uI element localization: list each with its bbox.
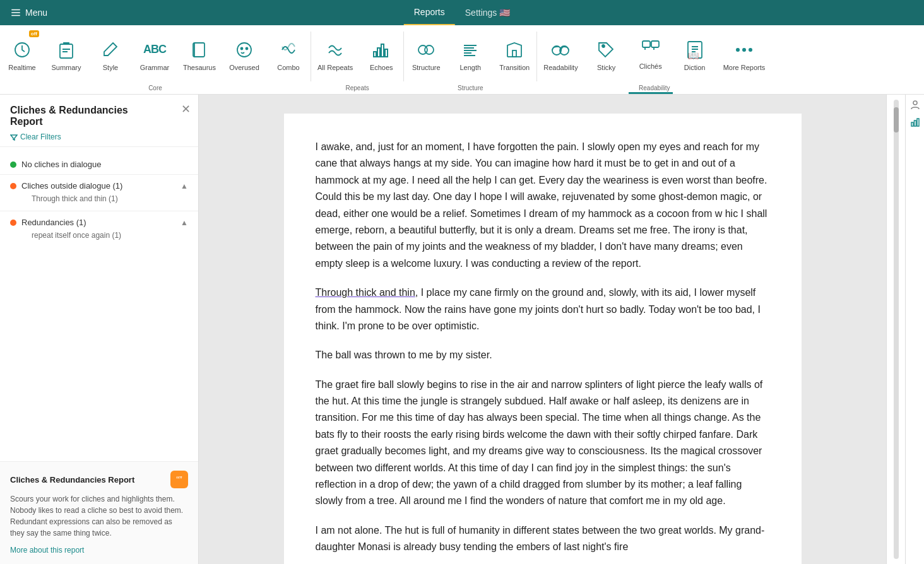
- length-label: Length: [459, 64, 481, 71]
- svg-text:📖: 📖: [688, 50, 699, 59]
- clock-icon: [11, 38, 33, 61]
- repeats-group-label: Repeats: [345, 85, 369, 91]
- toolbar-style[interactable]: Style: [88, 25, 133, 94]
- toolbar-structure[interactable]: Structure: [404, 25, 448, 94]
- structure-label: Structure: [412, 64, 441, 71]
- scroll-thumb[interactable]: [894, 107, 899, 132]
- svg-rect-1: [60, 44, 73, 58]
- toolbar-transition[interactable]: Transition: [492, 25, 536, 94]
- more-about-link[interactable]: More about this report: [10, 546, 84, 555]
- pen-icon: [99, 38, 122, 61]
- redundancies-label: Redundancies (1): [21, 218, 86, 227]
- readability-group-label: Readability: [639, 85, 670, 91]
- toolbar-realtime[interactable]: Realtime off: [0, 25, 44, 94]
- top-tabs: Reports Settings 🇺🇸: [404, 0, 521, 25]
- toolbar-combo[interactable]: Combo: [266, 25, 311, 94]
- clear-filters-button[interactable]: Clear Filters: [10, 132, 188, 141]
- toolbar-cliches[interactable]: Clichés: [629, 25, 673, 94]
- svg-point-4: [246, 47, 247, 49]
- svg-rect-7: [381, 44, 384, 57]
- toolbar-group-readability: Readability Sticky Clichés: [537, 25, 771, 94]
- document-area: I awake, and, just for an moment, I have…: [284, 114, 802, 564]
- paragraph-1: I awake, and, just for an moment, I have…: [316, 139, 770, 272]
- toolbar-group-core: Realtime off Summary Style AB: [0, 25, 311, 94]
- info-box-text: Scours your work for cliches and highlig…: [10, 493, 188, 539]
- redundancies-section: Redundancies (1) ▲ repeat itself once ag…: [0, 211, 198, 247]
- left-panel: Cliches & RedundanciesReport Clear Filte…: [0, 95, 199, 564]
- core-group-label: Core: [148, 85, 162, 91]
- tab-settings[interactable]: Settings 🇺🇸: [455, 0, 520, 25]
- toolbar-all-repeats[interactable]: All Repeats: [311, 25, 359, 94]
- cliche-phrase: Through thick and thin: [316, 287, 415, 298]
- toolbar-grammar[interactable]: ABC Grammar: [133, 25, 177, 94]
- all-repeats-label: All Repeats: [317, 64, 353, 71]
- menu-label: Menu: [25, 8, 47, 18]
- paragraph-cliche: Through thick and thin, I place my cane …: [316, 285, 770, 334]
- diction-icon: 📖: [684, 38, 706, 61]
- realtime-label: Realtime: [8, 64, 35, 71]
- person-icon[interactable]: [910, 100, 920, 112]
- svg-rect-5: [374, 52, 376, 57]
- toolbar-length[interactable]: Length: [448, 25, 492, 94]
- toolbar-readability[interactable]: Readability: [537, 25, 584, 94]
- summary-label: Summary: [51, 64, 81, 71]
- svg-rect-6: [377, 48, 380, 57]
- gate-icon: [503, 38, 526, 61]
- transition-label: Transition: [499, 64, 530, 71]
- svg-rect-8: [385, 49, 388, 57]
- abc-icon: ABC: [143, 38, 166, 61]
- scroll-track[interactable]: [894, 100, 899, 559]
- left-panel-header: Cliches & RedundanciesReport Clear Filte…: [0, 95, 198, 147]
- toolbar-summary[interactable]: Summary: [44, 25, 88, 94]
- svg-rect-24: [914, 120, 916, 126]
- thesaurus-label: Thesaurus: [183, 64, 216, 71]
- bars-icon: [370, 38, 393, 61]
- svg-point-19: [736, 48, 740, 52]
- document-content: I awake, and, just for an moment, I have…: [199, 95, 886, 564]
- cliches-outside-header[interactable]: Cliches outside dialogue (1) ▲: [10, 181, 188, 191]
- paragraph-4: The graet fire ball slowly begins to ris…: [316, 377, 770, 510]
- orange-dot-2: [10, 220, 16, 226]
- toolbar-diction[interactable]: 📖 Diction: [673, 25, 717, 94]
- svg-point-3: [240, 47, 242, 49]
- redundancies-header[interactable]: Redundancies (1) ▲: [10, 218, 188, 227]
- cliches-outside-label: Cliches outside dialogue (1): [21, 181, 122, 191]
- orange-dot-1: [10, 183, 16, 189]
- cliches-outside-chevron: ▲: [181, 182, 188, 191]
- quote-icon: [639, 37, 662, 60]
- info-box-icon: “”: [170, 471, 188, 488]
- lines-icon: [459, 38, 482, 61]
- top-nav: Menu Reports Settings 🇺🇸: [0, 0, 924, 25]
- close-button[interactable]: ✕: [181, 102, 191, 116]
- tab-reports[interactable]: Reports: [404, 0, 455, 25]
- structure-group-label: Structure: [458, 85, 483, 91]
- book-icon: [188, 38, 211, 61]
- left-panel-title: Cliches & RedundanciesReport: [10, 105, 188, 127]
- svg-point-22: [913, 101, 917, 105]
- more-reports-label: More Reports: [723, 64, 766, 71]
- right-icons-bar: [905, 95, 924, 564]
- cliches-label: Clichés: [639, 62, 662, 70]
- menu-button[interactable]: Menu: [10, 7, 47, 18]
- grammar-label: Grammar: [140, 64, 169, 71]
- realtime-badge: off: [29, 30, 39, 37]
- combo-label: Combo: [277, 64, 299, 71]
- toolbar-more-reports[interactable]: More Reports: [717, 25, 772, 94]
- chart-icon[interactable]: [910, 117, 920, 130]
- svg-point-10: [425, 45, 434, 54]
- toolbar-thesaurus[interactable]: Thesaurus: [177, 25, 222, 94]
- toolbar-sticky[interactable]: Sticky: [584, 25, 629, 94]
- info-box-header: Cliches & Redundancies Report “”: [10, 471, 188, 488]
- toolbar-overused[interactable]: Overused: [222, 25, 266, 94]
- svg-point-21: [749, 48, 752, 52]
- cliches-outside-section: Cliches outside dialogue (1) ▲ Through t…: [0, 174, 198, 211]
- arrows-icon: [324, 38, 346, 61]
- svg-rect-23: [911, 122, 913, 126]
- toolbar-echoes[interactable]: Echoes: [359, 25, 403, 94]
- cliches-outside-subitem-1[interactable]: Through thick and thin (1): [10, 191, 188, 204]
- green-dot: [10, 162, 16, 168]
- dots-icon: [733, 38, 755, 61]
- info-box-title: Cliches & Redundancies Report: [10, 475, 134, 485]
- redundancies-subitem-1[interactable]: repeat itself once again (1): [10, 227, 188, 241]
- combo-icon: [277, 38, 300, 61]
